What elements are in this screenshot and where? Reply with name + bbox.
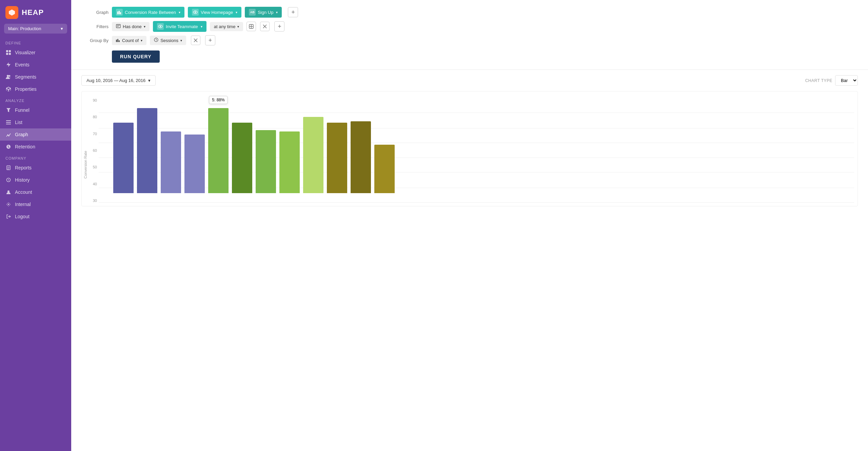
properties-label: Properties bbox=[15, 86, 37, 92]
group-by-remove-button[interactable] bbox=[191, 36, 200, 45]
cube-icon bbox=[5, 86, 12, 92]
y-tick-70: 70 bbox=[85, 132, 97, 136]
count-caret: ▾ bbox=[141, 39, 142, 42]
chart-type-label: CHART TYPE bbox=[805, 78, 832, 83]
bar-6[interactable] bbox=[256, 130, 276, 193]
y-tick-60: 60 bbox=[85, 148, 97, 152]
filter-time-caret: ▾ bbox=[237, 25, 239, 28]
tooltip-box: 5: 88% bbox=[209, 96, 228, 104]
list-label: List bbox=[15, 120, 22, 125]
y-tick-30: 30 bbox=[85, 199, 97, 203]
sidebar-item-reports[interactable]: Reports bbox=[0, 162, 71, 174]
bar-4[interactable]: 5: 88% bbox=[208, 108, 229, 193]
run-query-button[interactable]: RUN QUERY bbox=[112, 50, 160, 63]
sidebar-item-visualizer[interactable]: Visualizer bbox=[0, 46, 71, 59]
reports-icon bbox=[5, 165, 12, 171]
svg-rect-36 bbox=[119, 40, 120, 42]
filter-event-button[interactable]: Invite Teammate ▾ bbox=[153, 21, 206, 32]
chart-type-select[interactable]: Bar bbox=[835, 75, 858, 86]
svg-rect-9 bbox=[6, 124, 11, 124]
logout-icon bbox=[5, 213, 12, 220]
analyze-section-label: Analyze bbox=[0, 95, 71, 104]
eye-icon bbox=[192, 9, 199, 16]
svg-rect-21 bbox=[120, 12, 121, 14]
filter-add-property-button[interactable] bbox=[246, 22, 256, 31]
svg-rect-24 bbox=[116, 24, 120, 28]
filter-has-done[interactable]: Has done ▾ bbox=[112, 22, 150, 31]
chevron-down-icon: ▾ bbox=[61, 26, 63, 31]
sidebar-item-history[interactable]: History bbox=[0, 174, 71, 186]
lightning-icon bbox=[5, 62, 12, 68]
svg-point-5 bbox=[7, 75, 9, 77]
step-2-button[interactable]: AB Sign Up ▾ bbox=[245, 7, 282, 18]
bar-5[interactable] bbox=[232, 123, 252, 193]
sidebar: HEAP Main: Production ▾ Define Visualize… bbox=[0, 0, 71, 451]
group-by-count-button[interactable]: Count of ▾ bbox=[112, 36, 146, 45]
filter-action-icon bbox=[116, 24, 121, 29]
svg-point-6 bbox=[9, 75, 11, 77]
sidebar-item-segments[interactable]: Segments bbox=[0, 71, 71, 83]
date-range-button[interactable]: Aug 10, 2016 — Aug 16, 2016 ▾ bbox=[81, 75, 156, 86]
bar-0[interactable] bbox=[113, 123, 134, 193]
sidebar-item-properties[interactable]: Properties bbox=[0, 83, 71, 95]
svg-rect-35 bbox=[117, 39, 118, 42]
ab-icon: AB bbox=[249, 9, 256, 16]
sidebar-item-graph[interactable]: Graph bbox=[0, 128, 71, 141]
retention-icon bbox=[5, 144, 12, 150]
add-group-button[interactable]: + bbox=[205, 35, 215, 45]
query-area: Graph Conversion Rate Between ▾ View Hom… bbox=[71, 0, 868, 70]
env-selector[interactable]: Main: Production ▾ bbox=[4, 24, 67, 34]
step-1-button[interactable]: View Homepage ▾ bbox=[188, 7, 241, 18]
group-by-sessions-button[interactable]: Sessions ▾ bbox=[150, 36, 186, 45]
svg-rect-2 bbox=[9, 50, 11, 52]
account-label: Account bbox=[15, 189, 32, 195]
bar-10[interactable] bbox=[351, 121, 371, 193]
segments-label: Segments bbox=[15, 74, 36, 80]
svg-point-23 bbox=[195, 12, 196, 13]
sidebar-item-internal[interactable]: Internal bbox=[0, 198, 71, 210]
bar-1[interactable] bbox=[137, 108, 157, 193]
filter-event-label: Invite Teammate bbox=[166, 24, 198, 29]
people-icon bbox=[5, 74, 12, 80]
step-2-caret: ▾ bbox=[276, 11, 278, 14]
filter-time-button[interactable]: at any time ▾ bbox=[210, 22, 243, 31]
run-query-row: RUN QUERY bbox=[112, 49, 858, 63]
sidebar-item-events[interactable]: Events bbox=[0, 59, 71, 71]
bar-2[interactable] bbox=[161, 131, 181, 193]
event-eye-icon bbox=[157, 23, 164, 30]
svg-point-10 bbox=[7, 135, 8, 136]
sidebar-item-logout[interactable]: Logout bbox=[0, 210, 71, 223]
internal-label: Internal bbox=[15, 202, 31, 207]
sidebar-item-list[interactable]: List bbox=[0, 116, 71, 128]
sidebar-item-retention[interactable]: Retention bbox=[0, 141, 71, 153]
account-icon bbox=[5, 189, 12, 195]
reports-label: Reports bbox=[15, 165, 32, 170]
filter-remove-button[interactable] bbox=[260, 22, 270, 31]
filters-row: Filters Has done ▾ Invite Teammate ▾ at … bbox=[81, 21, 858, 32]
bar-11[interactable] bbox=[374, 145, 395, 193]
add-filter-button[interactable]: + bbox=[274, 21, 284, 32]
history-icon bbox=[5, 177, 12, 183]
svg-rect-4 bbox=[9, 53, 11, 55]
graph-row-label: Graph bbox=[81, 10, 108, 15]
list-icon bbox=[5, 119, 12, 125]
sidebar-item-account[interactable]: Account bbox=[0, 186, 71, 198]
bar-9[interactable] bbox=[327, 123, 347, 193]
sidebar-item-funnel[interactable]: Funnel bbox=[0, 104, 71, 116]
clock-icon bbox=[154, 38, 158, 43]
bar-chart-icon bbox=[116, 9, 123, 16]
bar-7[interactable] bbox=[279, 131, 300, 193]
bar-chart: Conversion Rate 30 40 50 60 bbox=[81, 91, 858, 206]
bar-3[interactable] bbox=[184, 135, 205, 193]
heap-wordmark: HEAP bbox=[22, 8, 44, 17]
svg-rect-34 bbox=[116, 40, 117, 42]
bar-8[interactable] bbox=[303, 117, 323, 193]
group-by-label: Group By bbox=[81, 38, 108, 43]
filter-has-done-caret: ▾ bbox=[144, 25, 145, 28]
chart-toolbar: Aug 10, 2016 — Aug 16, 2016 ▾ CHART TYPE… bbox=[81, 75, 858, 86]
graph-type-button[interactable]: Conversion Rate Between ▾ bbox=[112, 7, 184, 18]
svg-marker-0 bbox=[9, 9, 15, 16]
count-icon bbox=[116, 38, 120, 43]
grid-line-30 bbox=[99, 202, 854, 203]
add-step-button[interactable]: + bbox=[288, 7, 298, 17]
